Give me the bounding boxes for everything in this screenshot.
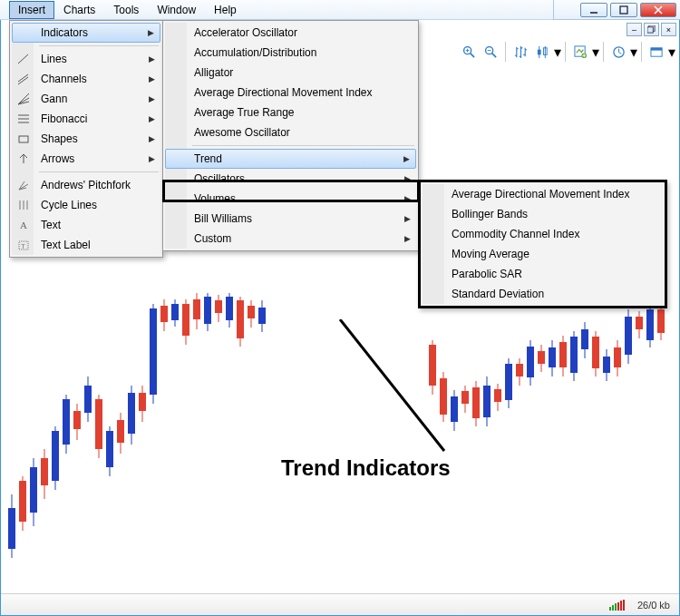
menu-standard-deviation[interactable]: Standard Deviation [423,284,663,304]
svg-line-11 [491,53,496,57]
connection-signal-icon [609,600,625,611]
menu-cci[interactable]: Commodity Channel Index [423,224,663,244]
menu-gann[interactable]: Gann▶ [12,89,160,109]
menu-item-label: Cycle Lines [41,199,97,211]
fibonacci-icon [15,111,32,127]
menu-item-label: Arrows [41,152,74,165]
chart-type-dropdown-icon[interactable]: ▾ [554,44,560,61]
menu-item-label: Text Label [41,239,91,251]
zoom-out-icon[interactable] [481,42,500,62]
menu-separator [39,171,159,172]
mdi-minimize-button[interactable]: – [627,23,642,36]
svg-line-38 [340,319,444,451]
submenu-arrow-icon: ▶ [149,94,155,103]
zoom-in-icon[interactable] [459,42,479,62]
menu-adx[interactable]: Average Directional Movement Index [165,83,416,103]
menu-item-label: Standard Deviation [452,288,544,300]
maximize-button[interactable] [610,3,637,17]
mdi-close-button[interactable]: × [661,23,676,36]
menu-awesome-oscillator[interactable]: Awesome Oscillator [165,122,416,142]
menu-item-label: Average Directional Movement Index [452,188,630,200]
bar-chart-icon[interactable] [510,42,530,62]
menu-accumulation-distribution[interactable]: Accumulation/Distribution [165,43,416,63]
menu-item-label: Moving Average [452,248,529,260]
indicators-toolbar-icon[interactable] [570,42,590,62]
menu-atr[interactable]: Average True Range [165,103,416,122]
menubar-window[interactable]: Window [148,1,205,19]
menu-custom[interactable]: Custom▶ [165,229,416,249]
periodicity-icon[interactable] [608,42,628,62]
menu-lines[interactable]: Lines▶ [12,49,160,69]
menu-moving-average[interactable]: Moving Average [423,244,663,264]
menu-item-label: Average True Range [194,106,295,119]
text-icon: A [15,217,32,233]
menu-item-label: Bill Williams [194,212,252,225]
menu-andrews-pitchfork[interactable]: Andrews' Pitchfork [12,175,160,195]
svg-line-7 [470,53,474,57]
menu-item-label: Indicators [41,26,88,39]
menu-volumes[interactable]: Volumes▶ [165,189,416,209]
svg-text:T: T [21,242,25,250]
menu-item-label: Volumes [194,192,236,205]
status-traffic: 26/0 kb [637,600,670,611]
candle-chart-icon[interactable] [532,42,552,62]
menu-trend-adx[interactable]: Average Directional Movement Index [423,184,663,204]
menu-bollinger-bands[interactable]: Bollinger Bands [423,204,663,224]
menu-item-label: Gann [41,93,67,105]
menu-cycle-lines[interactable]: Cycle Lines [12,195,160,215]
menu-bill-williams[interactable]: Bill Williams▶ [165,209,416,229]
menu-item-label: Commodity Channel Index [452,228,579,240]
menu-shapes[interactable]: Shapes▶ [12,129,160,149]
toolbar-separator [505,42,506,62]
menu-parabolic-sar[interactable]: Parabolic SAR [423,264,663,284]
submenu-arrow-icon: ▶ [404,194,411,203]
mdi-restore-button[interactable] [644,23,659,36]
gann-icon [15,91,32,107]
menu-item-label: Awesome Oscillator [194,126,290,139]
menu-alligator[interactable]: Alligator [165,63,416,83]
menu-separator [39,45,159,46]
menu-text[interactable]: AText [12,215,160,235]
menu-item-label: Bollinger Bands [452,208,528,220]
menu-trend[interactable]: Trend▶ [165,149,416,169]
templates-dropdown-icon[interactable]: ▾ [668,44,675,61]
periodicity-dropdown-icon[interactable]: ▾ [630,44,636,61]
menu-indicators[interactable]: Indicators▶ [12,23,160,43]
line-icon [15,51,32,67]
close-button[interactable] [640,3,676,17]
menu-item-label: Average Directional Movement Index [194,86,373,99]
menu-oscillators[interactable]: Oscillators▶ [165,169,416,189]
menu-channels[interactable]: Channels▶ [12,69,160,89]
menubar-tools[interactable]: Tools [104,1,148,19]
indicators-menu: Accelerator Oscillator Accumulation/Dist… [162,20,419,251]
submenu-arrow-icon: ▶ [403,154,410,163]
indicators-dropdown-icon[interactable]: ▾ [592,44,598,61]
menubar: Insert Charts Tools Window Help [0,0,553,20]
svg-rect-1 [620,6,627,14]
menu-item-label: Alligator [194,66,233,79]
mdi-controls: – × [627,23,676,36]
menu-arrows[interactable]: Arrows▶ [12,149,160,169]
menu-accelerator-oscillator[interactable]: Accelerator Oscillator [165,23,416,43]
menu-item-label: Oscillators [194,172,245,185]
templates-icon[interactable] [646,42,666,62]
menu-item-label: Shapes [41,132,78,145]
svg-rect-25 [650,47,661,50]
menu-text-label[interactable]: TText Label [12,235,160,255]
menu-item-label: Accelerator Oscillator [194,26,297,39]
trend-menu: Average Directional Movement Index Bolli… [418,180,667,308]
submenu-arrow-icon: ▶ [149,134,155,143]
menu-item-label: Accumulation/Distribution [194,46,316,59]
menu-item-label: Channels [41,73,87,85]
menu-fibonacci[interactable]: Fibonacci▶ [12,109,160,129]
menubar-insert[interactable]: Insert [9,1,54,19]
submenu-arrow-icon: ▶ [149,74,155,83]
svg-rect-5 [647,27,653,33]
minimize-button[interactable] [580,3,607,17]
menu-item-label: Parabolic SAR [452,268,522,280]
submenu-arrow-icon: ▶ [149,114,155,123]
menubar-charts[interactable]: Charts [54,1,104,19]
menu-item-label: Text [41,219,61,231]
menubar-help[interactable]: Help [205,1,246,19]
menu-item-label: Trend [194,152,222,165]
